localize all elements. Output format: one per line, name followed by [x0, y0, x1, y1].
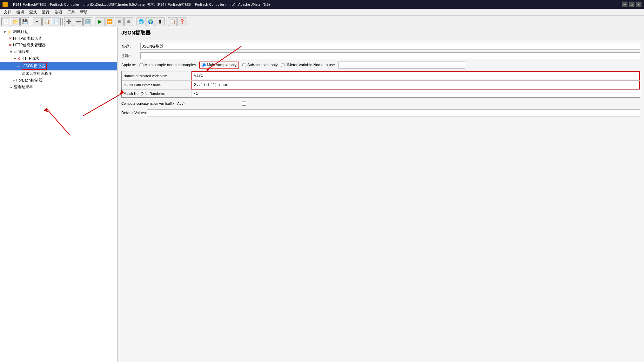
- toolbar: 📄 📁 💾 ✂ 📋 📄 ➕ ➖ 🔙 ▶ ⏩ ⏹ ⏺ 🌐 🌍 🗑 📋 ❓: [0, 16, 644, 27]
- tree-label-debug: 调试后置处理程序: [22, 71, 52, 76]
- toolbar-separator-4: [135, 18, 135, 25]
- paste-button[interactable]: 📄: [52, 17, 61, 26]
- vars-input-names[interactable]: [193, 73, 638, 79]
- default-label: Default Values:: [121, 111, 147, 115]
- test-tree-panel: ▼ ⚡ 测试计划 ✖ HTTP请求默认值 ✖ HTTP信息头管理器 ▼ ⚙ 线程…: [0, 27, 117, 362]
- radio-sub-only-input[interactable]: [242, 63, 246, 67]
- foreach-icon: ●: [13, 78, 15, 83]
- default-input[interactable]: [147, 109, 641, 116]
- expand-icon-plan: ▼: [3, 30, 7, 34]
- collapse-button[interactable]: ➖: [74, 17, 83, 26]
- apply-to-label: Apply to:: [121, 63, 136, 67]
- apply-to-row: Apply to: Main sample and sub-samples Ma…: [121, 62, 640, 69]
- run-button[interactable]: ▶: [96, 17, 104, 26]
- vars-label-matchno: Match No. (0 for Random):: [122, 90, 191, 97]
- tree-item-test-plan[interactable]: ▼ ⚡ 测试计划: [0, 29, 117, 35]
- back-button[interactable]: 🔙: [83, 17, 92, 26]
- radio-main-only-label: Main sample only: [207, 63, 236, 67]
- radio-main-only-input[interactable]: [202, 63, 206, 67]
- close-button[interactable]: ✕: [636, 2, 641, 7]
- tree-label-foreach: ForEach控制器: [16, 78, 42, 83]
- clear-button[interactable]: 🗑: [156, 17, 164, 26]
- radio-jmeter-var-input[interactable]: [281, 63, 285, 67]
- http-request-icon: ✖: [17, 56, 20, 61]
- expand-icon-thread: ▼: [9, 50, 13, 54]
- radio-main-only[interactable]: Main sample only: [199, 62, 239, 69]
- expand-icon-request: ▼: [13, 57, 17, 61]
- menu-help[interactable]: 帮助: [77, 9, 90, 16]
- main-layout: ▼ ⚡ 测试计划 ✖ HTTP请求默认值 ✖ HTTP信息头管理器 ▼ ⚙ 线程…: [0, 27, 644, 362]
- vars-value-names: [191, 71, 640, 80]
- toolbar-separator-2: [62, 18, 63, 25]
- radio-main-sub[interactable]: Main sample and sub-samples: [139, 63, 196, 67]
- remote-start-button[interactable]: 🌐: [137, 17, 145, 26]
- stop-button[interactable]: ⏹: [115, 17, 124, 26]
- http-header-icon: ✖: [9, 43, 12, 47]
- http-defaults-icon: ✖: [9, 36, 12, 41]
- tree-item-http-request[interactable]: ▼ ✖ HTTP请求: [0, 55, 117, 62]
- vars-row-names: Names of created variables:: [122, 71, 640, 81]
- panel-title: JSON提取器: [121, 30, 640, 36]
- name-label: 名称：: [121, 44, 140, 49]
- results-icon: →: [9, 85, 13, 89]
- tree-label-http-header: HTTP信息头管理器: [13, 43, 46, 48]
- debug-icon: →: [17, 72, 20, 76]
- expand-button[interactable]: ➕: [64, 17, 73, 26]
- tree-item-debug-postprocessor[interactable]: → 调试后置处理程序: [0, 70, 117, 77]
- tree-label-http-request: HTTP请求: [22, 56, 39, 61]
- menu-file[interactable]: 文件: [1, 9, 14, 16]
- remote-stop-button[interactable]: 🌍: [146, 17, 155, 26]
- menu-options[interactable]: 选项: [52, 9, 65, 16]
- panel-header: JSON提取器: [117, 27, 644, 40]
- tree-item-thread-group[interactable]: ▼ ⚙ 线程组: [0, 49, 117, 55]
- thread-group-icon: ⚙: [13, 50, 17, 54]
- tree-item-results-tree[interactable]: → 查看结果树: [0, 84, 117, 90]
- default-row: Default Values:: [121, 109, 640, 117]
- menu-bar: 文件 编辑 查找 运行 选项 工具 帮助: [0, 9, 644, 16]
- radio-group: Main sample and sub-samples Main sample …: [139, 62, 465, 69]
- radio-jmeter-var[interactable]: JMeter Variable Name to use: [281, 63, 335, 67]
- content-panel: JSON提取器 名称： 注释： Apply to: Main sample an…: [117, 27, 644, 362]
- form-area: 名称： 注释： Apply to: Main sample and sub-sa…: [117, 40, 644, 121]
- tree-item-http-defaults[interactable]: ✖ HTTP请求默认值: [0, 35, 117, 42]
- name-input[interactable]: [140, 43, 640, 50]
- tree-label-thread-group: 线程组: [18, 49, 30, 55]
- new-button[interactable]: 📄: [1, 17, 10, 26]
- toolbar-separator-1: [31, 18, 31, 25]
- concat-label: Compute concatenation var (suffix _ALL):: [121, 102, 242, 105]
- comment-input[interactable]: [140, 52, 640, 59]
- tree-label-test-plan: 测试计划: [13, 29, 28, 35]
- save-button[interactable]: 💾: [20, 17, 29, 26]
- minimize-button[interactable]: ─: [622, 2, 627, 7]
- menu-tools[interactable]: 工具: [65, 9, 77, 16]
- cut-button[interactable]: ✂: [33, 17, 42, 26]
- maximize-button[interactable]: □: [629, 2, 634, 7]
- name-row: 名称：: [121, 43, 640, 50]
- tree-item-foreach-controller[interactable]: ● ForEach控制器: [0, 77, 117, 84]
- radio-main-sub-input[interactable]: [139, 63, 144, 67]
- run-no-pause-button[interactable]: ⏩: [105, 17, 114, 26]
- toolbar-separator-3: [94, 18, 94, 25]
- toolbar-separator-5: [166, 18, 166, 25]
- vars-input-matchno[interactable]: [193, 90, 639, 97]
- menu-edit[interactable]: 编辑: [14, 9, 27, 16]
- help-button[interactable]: ❓: [178, 17, 186, 26]
- tree-label-http-defaults: HTTP请求默认值: [13, 36, 42, 41]
- log-button[interactable]: 📋: [168, 17, 177, 26]
- open-button[interactable]: 📁: [11, 17, 20, 26]
- shutdown-button[interactable]: ⏺: [124, 17, 133, 26]
- tree-item-http-header[interactable]: ✖ HTTP信息头管理器: [0, 42, 117, 49]
- vars-value-matchno: [191, 90, 640, 97]
- copy-button[interactable]: 📋: [42, 17, 51, 26]
- menu-search[interactable]: 查找: [27, 9, 39, 16]
- radio-main-sub-label: Main sample and sub-samples: [144, 63, 196, 67]
- tree-label-results: 查看结果树: [14, 84, 33, 90]
- radio-sub-only-label: Sub-samples only: [247, 63, 278, 67]
- menu-run[interactable]: 运行: [39, 9, 52, 16]
- radio-sub-only[interactable]: Sub-samples only: [242, 63, 278, 67]
- concat-checkbox[interactable]: [242, 102, 246, 106]
- tree-item-json-extractor[interactable]: → JSON提取器: [0, 62, 117, 70]
- vars-input-jsonpath[interactable]: [193, 82, 638, 88]
- jmeter-var-input[interactable]: [338, 62, 465, 69]
- vars-label-names: Names of created variables:: [122, 71, 191, 80]
